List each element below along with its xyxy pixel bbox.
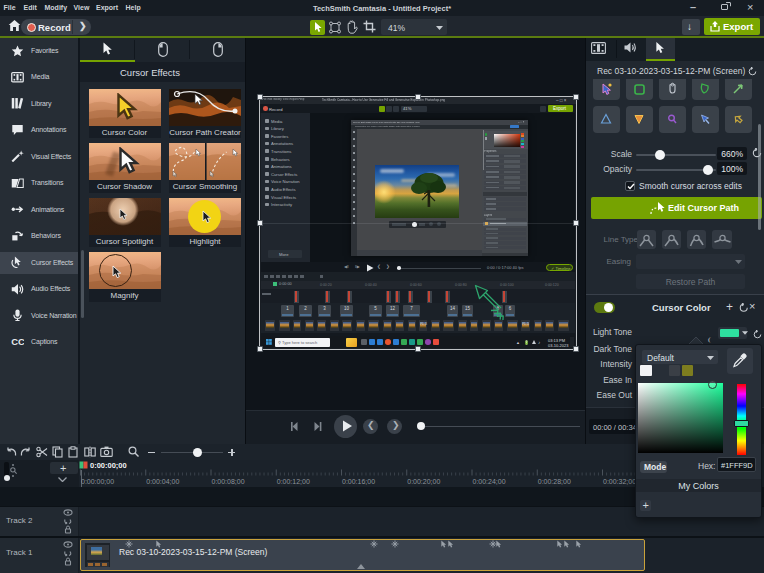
svg-text:CC: CC: [11, 336, 24, 347]
